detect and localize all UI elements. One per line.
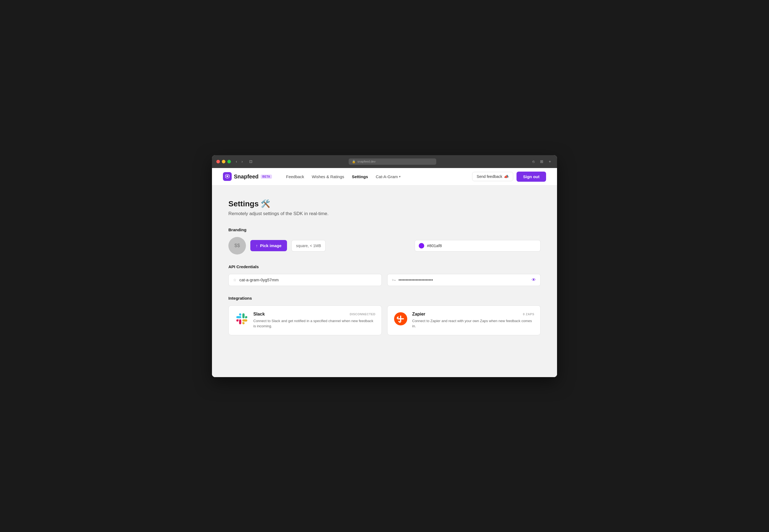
page-subtitle: Remotely adjust settings of the SDK in r… bbox=[228, 211, 541, 216]
chevron-down-icon: ▾ bbox=[399, 175, 401, 178]
url-display[interactable]: 🔒 snapfeed.dev bbox=[348, 158, 436, 165]
zapier-description: Connect to Zapier and react with your ow… bbox=[412, 318, 534, 329]
brand-logo bbox=[223, 172, 232, 181]
avatar-initials: $$ bbox=[234, 243, 240, 248]
traffic-light-green[interactable] bbox=[227, 160, 231, 163]
nav-link-cat-a-gram[interactable]: Cat-A-Gram ▾ bbox=[372, 173, 404, 181]
svg-point-0 bbox=[226, 175, 228, 177]
url-text: snapfeed.dev bbox=[357, 160, 375, 163]
api-key-input[interactable] bbox=[399, 277, 529, 282]
back-button[interactable]: ‹ bbox=[234, 158, 239, 164]
traffic-light-yellow[interactable] bbox=[222, 160, 225, 163]
integrations-grid: Slack DISCONNECTED Connect to Slack and … bbox=[228, 305, 541, 335]
browser-chrome: ‹ › ⊡ 🔒 snapfeed.dev ⎋ ⊞ + bbox=[212, 155, 557, 168]
branding-row: $$ ↑ Pick image square, < 1MB bbox=[228, 237, 541, 255]
nav-link-settings[interactable]: Settings bbox=[348, 173, 371, 181]
forward-button[interactable]: › bbox=[240, 158, 244, 164]
color-input-wrapper[interactable] bbox=[415, 240, 541, 251]
sign-out-button[interactable]: Sign out bbox=[517, 172, 546, 182]
add-tab-button[interactable]: + bbox=[547, 158, 553, 164]
zapier-header: Zapier 0 ZAPS bbox=[412, 312, 534, 317]
send-feedback-button[interactable]: Send feedback 📣 bbox=[472, 172, 513, 181]
api-credentials-section: API Credentials ☆ 🗝 👁 bbox=[228, 264, 541, 286]
slack-logo bbox=[235, 312, 249, 326]
nav-link-wishes-ratings[interactable]: Wishes & Ratings bbox=[308, 173, 347, 181]
page-title: Settings 🛠️ bbox=[228, 199, 541, 208]
color-swatch bbox=[419, 243, 424, 248]
eye-icon[interactable]: 👁 bbox=[532, 277, 536, 282]
brand-name: Snapfeed bbox=[234, 174, 258, 180]
app-content: Snapfeed BETA Feedback Wishes & Ratings … bbox=[212, 168, 557, 377]
slack-status: DISCONNECTED bbox=[350, 313, 375, 316]
app-id-input[interactable] bbox=[239, 277, 377, 282]
zapier-logo-circle bbox=[394, 312, 407, 325]
send-feedback-label: Send feedback bbox=[477, 174, 502, 179]
pick-image-button[interactable]: ↑ Pick image bbox=[250, 240, 287, 251]
key-icon: 🗝 bbox=[392, 278, 396, 282]
megaphone-icon: 📣 bbox=[504, 174, 509, 179]
integrations-section: Integrations bbox=[228, 296, 541, 335]
nav-actions: Send feedback 📣 Sign out bbox=[472, 172, 546, 182]
traffic-light-red[interactable] bbox=[216, 160, 220, 163]
slack-description: Connect to Slack and get notified in a s… bbox=[253, 318, 375, 329]
address-bar: 🔒 snapfeed.dev bbox=[257, 158, 527, 165]
star-icon: ☆ bbox=[233, 278, 237, 282]
api-key-field: 🗝 👁 bbox=[387, 274, 541, 286]
nav-link-cat-a-gram-label: Cat-A-Gram bbox=[376, 174, 398, 179]
slack-integration-card[interactable]: Slack DISCONNECTED Connect to Slack and … bbox=[228, 305, 382, 335]
brand-badge: BETA bbox=[261, 175, 272, 179]
zapier-logo bbox=[394, 312, 408, 326]
color-input[interactable] bbox=[427, 243, 479, 248]
new-tab-button[interactable]: ⊞ bbox=[539, 158, 545, 164]
image-hint: square, < 1MB bbox=[291, 240, 325, 251]
svg-rect-2 bbox=[398, 318, 404, 319]
share-button[interactable]: ⎋ bbox=[531, 158, 536, 164]
slack-header: Slack DISCONNECTED bbox=[253, 312, 375, 317]
slack-name: Slack bbox=[253, 312, 265, 317]
branding-label: Branding bbox=[228, 227, 541, 232]
sidebar-toggle-button[interactable]: ⊡ bbox=[247, 158, 254, 164]
zapier-integration-card[interactable]: Zapier 0 ZAPS Connect to Zapier and reac… bbox=[387, 305, 541, 335]
zapier-info: Zapier 0 ZAPS Connect to Zapier and reac… bbox=[412, 312, 534, 329]
browser-actions: ⎋ ⊞ + bbox=[531, 158, 553, 164]
lock-icon: 🔒 bbox=[352, 160, 356, 163]
slack-info: Slack DISCONNECTED Connect to Slack and … bbox=[253, 312, 375, 329]
nav-links: Feedback Wishes & Ratings Settings Cat-A… bbox=[283, 173, 472, 181]
zapier-status: 0 ZAPS bbox=[523, 313, 534, 316]
api-credentials-label: API Credentials bbox=[228, 264, 541, 269]
app-id-field: ☆ bbox=[228, 274, 382, 286]
pick-image-label: Pick image bbox=[260, 243, 281, 248]
navbar: Snapfeed BETA Feedback Wishes & Ratings … bbox=[212, 168, 557, 186]
upload-icon: ↑ bbox=[256, 243, 258, 248]
main-content: Settings 🛠️ Remotely adjust settings of … bbox=[212, 186, 557, 377]
browser-nav-buttons: ‹ › bbox=[234, 158, 244, 164]
brand: Snapfeed BETA bbox=[223, 172, 272, 181]
zapier-name: Zapier bbox=[412, 312, 425, 317]
nav-link-feedback[interactable]: Feedback bbox=[283, 173, 307, 181]
avatar: $$ bbox=[228, 237, 246, 255]
browser-window: ‹ › ⊡ 🔒 snapfeed.dev ⎋ ⊞ + bbox=[212, 155, 557, 377]
api-row: ☆ 🗝 👁 bbox=[228, 274, 541, 286]
integrations-label: Integrations bbox=[228, 296, 541, 300]
traffic-lights bbox=[216, 160, 231, 163]
branding-section: Branding $$ ↑ Pick image square, < 1MB bbox=[228, 227, 541, 255]
